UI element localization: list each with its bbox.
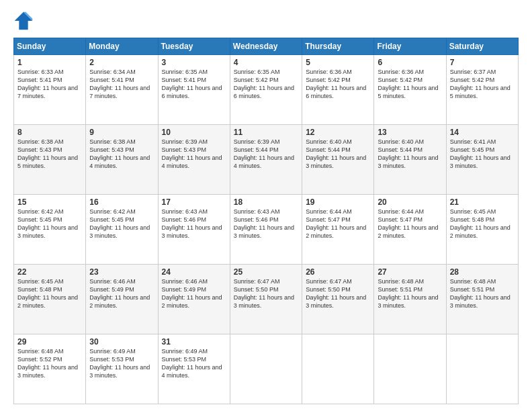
day-info: Sunrise: 6:48 AMSunset: 5:51 PMDaylight:… <box>450 277 515 310</box>
day-info: Sunrise: 6:49 AMSunset: 5:53 PMDaylight:… <box>89 347 154 380</box>
day-cell: 26 Sunrise: 6:47 AMSunset: 5:50 PMDaylig… <box>302 265 374 334</box>
day-number: 27 <box>378 267 442 277</box>
day-cell: 19 Sunrise: 6:44 AMSunset: 5:47 PMDaylig… <box>302 195 374 265</box>
day-info: Sunrise: 6:43 AMSunset: 5:46 PMDaylight:… <box>162 208 226 240</box>
day-number: 14 <box>450 128 515 137</box>
day-cell: 12 Sunrise: 6:40 AMSunset: 5:44 PMDaylig… <box>302 125 374 195</box>
day-number: 8 <box>17 128 82 137</box>
day-cell: 1 Sunrise: 6:33 AMSunset: 5:41 PMDayligh… <box>14 55 86 125</box>
day-cell: 10 Sunrise: 6:39 AMSunset: 5:43 PMDaylig… <box>158 125 230 195</box>
day-info: Sunrise: 6:48 AMSunset: 5:52 PMDaylight:… <box>17 347 82 380</box>
day-cell <box>230 334 302 404</box>
day-cell: 23 Sunrise: 6:46 AMSunset: 5:49 PMDaylig… <box>86 265 158 334</box>
day-info: Sunrise: 6:47 AMSunset: 5:50 PMDaylight:… <box>234 277 298 310</box>
weekday-header-wednesday: Wednesday <box>230 38 302 55</box>
day-cell: 3 Sunrise: 6:35 AMSunset: 5:41 PMDayligh… <box>158 55 230 125</box>
day-cell: 22 Sunrise: 6:45 AMSunset: 5:48 PMDaylig… <box>14 265 86 334</box>
day-number: 3 <box>162 58 226 67</box>
day-cell: 4 Sunrise: 6:35 AMSunset: 5:42 PMDayligh… <box>230 55 302 125</box>
day-info: Sunrise: 6:40 AMSunset: 5:44 PMDaylight:… <box>378 138 442 171</box>
day-info: Sunrise: 6:46 AMSunset: 5:49 PMDaylight:… <box>89 277 154 310</box>
day-number: 12 <box>306 128 370 137</box>
day-number: 25 <box>234 267 298 277</box>
day-number: 9 <box>89 128 154 137</box>
day-info: Sunrise: 6:41 AMSunset: 5:45 PMDaylight:… <box>450 138 515 171</box>
day-info: Sunrise: 6:37 AMSunset: 5:42 PMDaylight:… <box>450 68 515 101</box>
day-number: 29 <box>17 337 82 347</box>
day-cell: 29 Sunrise: 6:48 AMSunset: 5:52 PMDaylig… <box>14 334 86 404</box>
day-cell: 25 Sunrise: 6:47 AMSunset: 5:50 PMDaylig… <box>230 265 302 334</box>
week-row-2: 8 Sunrise: 6:38 AMSunset: 5:43 PMDayligh… <box>14 125 519 195</box>
day-number: 10 <box>162 128 226 137</box>
weekday-row: SundayMondayTuesdayWednesdayThursdayFrid… <box>14 38 519 55</box>
day-info: Sunrise: 6:44 AMSunset: 5:47 PMDaylight:… <box>378 208 442 240</box>
day-info: Sunrise: 6:45 AMSunset: 5:48 PMDaylight:… <box>17 277 82 310</box>
day-number: 1 <box>17 58 82 67</box>
day-number: 6 <box>378 58 442 67</box>
day-cell: 6 Sunrise: 6:36 AMSunset: 5:42 PMDayligh… <box>374 55 446 125</box>
day-info: Sunrise: 6:39 AMSunset: 5:44 PMDaylight:… <box>234 138 298 171</box>
day-cell: 27 Sunrise: 6:48 AMSunset: 5:51 PMDaylig… <box>374 265 446 334</box>
day-info: Sunrise: 6:42 AMSunset: 5:45 PMDaylight:… <box>17 208 82 240</box>
day-info: Sunrise: 6:43 AMSunset: 5:46 PMDaylight:… <box>234 208 298 240</box>
day-number: 21 <box>450 197 515 207</box>
day-number: 15 <box>17 197 82 207</box>
weekday-header-tuesday: Tuesday <box>158 38 230 55</box>
weekday-header-saturday: Saturday <box>446 38 518 55</box>
weekday-header-friday: Friday <box>374 38 446 55</box>
day-number: 7 <box>450 58 515 67</box>
day-cell: 11 Sunrise: 6:39 AMSunset: 5:44 PMDaylig… <box>230 125 302 195</box>
calendar-body: 1 Sunrise: 6:33 AMSunset: 5:41 PMDayligh… <box>14 55 519 404</box>
day-info: Sunrise: 6:36 AMSunset: 5:42 PMDaylight:… <box>306 68 370 101</box>
day-cell <box>302 334 374 404</box>
day-cell: 7 Sunrise: 6:37 AMSunset: 5:42 PMDayligh… <box>446 55 518 125</box>
day-cell: 5 Sunrise: 6:36 AMSunset: 5:42 PMDayligh… <box>302 55 374 125</box>
day-cell: 8 Sunrise: 6:38 AMSunset: 5:43 PMDayligh… <box>14 125 86 195</box>
day-number: 18 <box>234 197 298 207</box>
calendar-header: SundayMondayTuesdayWednesdayThursdayFrid… <box>14 38 519 55</box>
day-cell: 14 Sunrise: 6:41 AMSunset: 5:45 PMDaylig… <box>446 125 518 195</box>
logo-icon <box>13 11 34 31</box>
weekday-header-sunday: Sunday <box>14 38 86 55</box>
day-number: 30 <box>89 337 154 347</box>
day-info: Sunrise: 6:48 AMSunset: 5:51 PMDaylight:… <box>378 277 442 310</box>
day-info: Sunrise: 6:33 AMSunset: 5:41 PMDaylight:… <box>17 68 82 101</box>
day-info: Sunrise: 6:46 AMSunset: 5:49 PMDaylight:… <box>162 277 226 310</box>
day-cell: 28 Sunrise: 6:48 AMSunset: 5:51 PMDaylig… <box>446 265 518 334</box>
day-cell: 31 Sunrise: 6:49 AMSunset: 5:53 PMDaylig… <box>158 334 230 404</box>
svg-marker-0 <box>15 12 33 30</box>
day-number: 22 <box>17 267 82 277</box>
day-number: 24 <box>162 267 226 277</box>
day-cell: 24 Sunrise: 6:46 AMSunset: 5:49 PMDaylig… <box>158 265 230 334</box>
day-number: 17 <box>162 197 226 207</box>
day-number: 19 <box>306 197 370 207</box>
day-info: Sunrise: 6:34 AMSunset: 5:41 PMDaylight:… <box>89 68 154 101</box>
day-cell: 16 Sunrise: 6:42 AMSunset: 5:45 PMDaylig… <box>86 195 158 265</box>
day-info: Sunrise: 6:38 AMSunset: 5:43 PMDaylight:… <box>89 138 154 171</box>
day-info: Sunrise: 6:35 AMSunset: 5:42 PMDaylight:… <box>234 68 298 101</box>
day-number: 13 <box>378 128 442 137</box>
day-number: 16 <box>89 197 154 207</box>
day-cell: 15 Sunrise: 6:42 AMSunset: 5:45 PMDaylig… <box>14 195 86 265</box>
day-cell: 2 Sunrise: 6:34 AMSunset: 5:41 PMDayligh… <box>86 55 158 125</box>
day-number: 26 <box>306 267 370 277</box>
day-number: 31 <box>162 337 226 347</box>
calendar-table: SundayMondayTuesdayWednesdayThursdayFrid… <box>13 38 519 404</box>
day-cell <box>374 334 446 404</box>
day-cell: 13 Sunrise: 6:40 AMSunset: 5:44 PMDaylig… <box>374 125 446 195</box>
day-number: 11 <box>234 128 298 137</box>
header <box>13 11 519 31</box>
day-info: Sunrise: 6:49 AMSunset: 5:53 PMDaylight:… <box>162 347 226 380</box>
week-row-5: 29 Sunrise: 6:48 AMSunset: 5:52 PMDaylig… <box>14 334 519 404</box>
day-cell: 20 Sunrise: 6:44 AMSunset: 5:47 PMDaylig… <box>374 195 446 265</box>
day-number: 5 <box>306 58 370 67</box>
day-info: Sunrise: 6:40 AMSunset: 5:44 PMDaylight:… <box>306 138 370 171</box>
day-number: 2 <box>89 58 154 67</box>
day-number: 28 <box>450 267 515 277</box>
day-info: Sunrise: 6:45 AMSunset: 5:48 PMDaylight:… <box>450 208 515 240</box>
day-cell: 21 Sunrise: 6:45 AMSunset: 5:48 PMDaylig… <box>446 195 518 265</box>
day-cell <box>446 334 518 404</box>
weekday-header-thursday: Thursday <box>302 38 374 55</box>
day-info: Sunrise: 6:36 AMSunset: 5:42 PMDaylight:… <box>378 68 442 101</box>
weekday-header-monday: Monday <box>86 38 158 55</box>
